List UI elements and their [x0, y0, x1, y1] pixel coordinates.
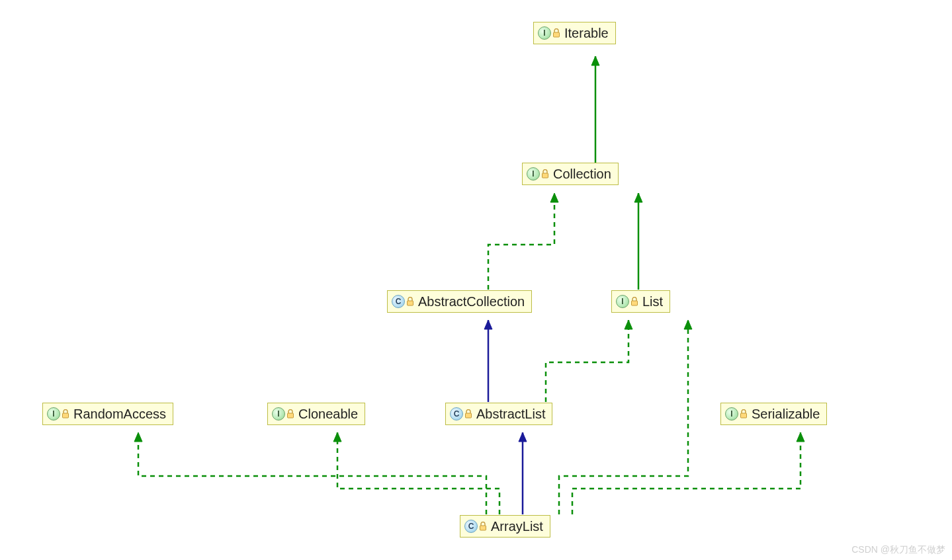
edge-arraylist-randomaccess [138, 432, 486, 514]
svg-rect-7 [741, 413, 747, 418]
svg-rect-5 [288, 413, 294, 418]
interface-icon: I [47, 407, 60, 420]
interface-icon: I [538, 26, 551, 40]
node-label: AbstractList [476, 407, 545, 420]
lock-icon [541, 169, 549, 179]
node-iterable: I Iterable [533, 22, 616, 44]
node-randomaccess: I RandomAccess [42, 403, 173, 425]
uml-class-diagram: I Iterable I Collection C AbstractCollec… [0, 0, 952, 560]
node-list: I List [611, 290, 670, 313]
svg-rect-8 [480, 526, 486, 530]
svg-rect-3 [632, 301, 638, 305]
interface-icon: I [527, 167, 540, 180]
node-label: ArrayList [491, 520, 543, 533]
lock-icon [630, 297, 638, 306]
connectors-layer [0, 0, 952, 560]
lock-icon [740, 409, 748, 419]
node-label: Iterable [564, 26, 609, 40]
interface-icon: I [616, 295, 629, 308]
node-label: Collection [553, 167, 611, 180]
svg-rect-2 [408, 301, 413, 305]
lock-icon [464, 409, 472, 419]
class-icon: C [450, 407, 463, 420]
lock-icon [62, 409, 69, 419]
interface-icon: I [272, 407, 285, 420]
node-collection: I Collection [522, 163, 619, 185]
node-arraylist: C ArrayList [460, 515, 550, 538]
node-label: Cloneable [298, 407, 358, 420]
node-label: List [642, 295, 663, 308]
lock-icon [286, 409, 294, 419]
node-label: AbstractCollection [418, 295, 525, 308]
node-serializable: I Serializable [720, 403, 827, 425]
node-abstractcollection: C AbstractCollection [387, 290, 532, 313]
edge-abstractlist-list [546, 320, 628, 402]
watermark: CSDN @秋刀鱼不做梦 [851, 544, 945, 556]
svg-rect-6 [466, 413, 472, 418]
edge-arraylist-serializable [572, 432, 801, 514]
lock-icon [552, 28, 560, 38]
svg-rect-4 [63, 413, 69, 418]
lock-icon [479, 522, 487, 531]
edge-arraylist-cloneable [337, 432, 499, 514]
interface-icon: I [725, 407, 738, 420]
svg-rect-1 [542, 173, 548, 178]
node-label: RandomAccess [73, 407, 166, 420]
node-label: Serializable [752, 407, 820, 420]
edge-abstractcollection-collection [488, 193, 554, 290]
node-abstractlist: C AbstractList [445, 403, 552, 425]
edge-arraylist-list [559, 320, 688, 514]
class-icon: C [464, 520, 478, 533]
node-cloneable: I Cloneable [267, 403, 365, 425]
lock-icon [406, 297, 414, 306]
svg-rect-0 [554, 32, 560, 37]
class-icon: C [392, 295, 405, 308]
